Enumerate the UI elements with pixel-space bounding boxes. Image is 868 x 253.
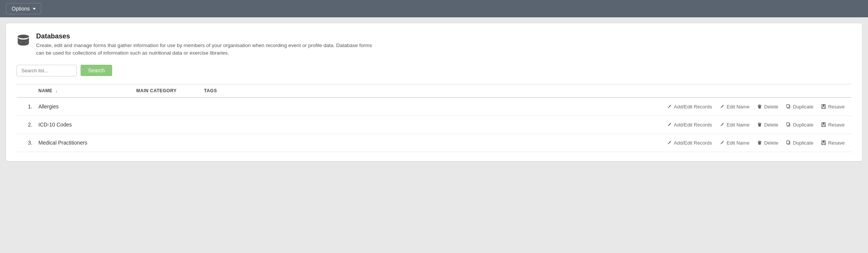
row-actions: Add/Edit RecordsEdit NameDeleteDuplicate… [246,116,851,134]
options-label: Options [12,6,30,12]
duplicate-button[interactable]: Duplicate [782,139,817,147]
svg-rect-2 [759,105,761,105]
row-category [133,116,201,134]
svg-rect-16 [759,141,761,141]
row-tags [201,116,246,134]
add-edit-records-button[interactable]: Add/Edit Records [663,139,716,147]
col-header-name: NAME ↓ [35,84,133,98]
duplicate-button[interactable]: Duplicate [782,120,817,129]
delete-button[interactable]: Delete [753,102,782,111]
options-button[interactable]: Options [6,3,41,14]
svg-rect-6 [822,105,824,106]
top-bar: Options [0,0,868,17]
header-text: Databases Create, edit and manage forms … [36,32,375,57]
row-tags [201,98,246,116]
add-edit-records-button[interactable]: Add/Edit Records [663,120,716,129]
row-name: Medical Practitioners [35,134,133,152]
search-button[interactable]: Search [81,65,112,76]
row-actions: Add/Edit RecordsEdit NameDeleteDuplicate… [246,134,851,152]
page-header: Databases Create, edit and manage forms … [17,32,851,57]
search-bar: Search [17,65,851,76]
svg-point-0 [18,35,29,38]
duplicate-button[interactable]: Duplicate [782,102,817,111]
main-content: Databases Create, edit and manage forms … [6,23,862,161]
col-name-label: NAME [38,88,52,93]
edit-name-button[interactable]: Edit Name [716,102,753,111]
row-category [133,98,201,116]
svg-rect-18 [786,141,789,144]
delete-button[interactable]: Delete [753,139,782,147]
col-header-category: MAIN CATEGORY [133,84,201,98]
row-tags [201,134,246,152]
search-input[interactable] [17,65,77,76]
col-header-num [17,84,35,98]
table-row: 2.ICD-10 CodesAdd/Edit RecordsEdit NameD… [17,116,851,134]
svg-rect-20 [822,141,824,142]
row-category [133,134,201,152]
chevron-down-icon [33,8,36,10]
add-edit-records-button[interactable]: Add/Edit Records [663,102,716,111]
svg-rect-9 [759,123,761,123]
col-header-tags: TAGS [201,84,246,98]
sort-arrow-icon: ↓ [55,88,58,93]
row-name: Allergies [35,98,133,116]
row-number: 3. [17,134,35,152]
svg-rect-4 [786,105,789,108]
table-row: 3.Medical PractitionersAdd/Edit RecordsE… [17,134,851,152]
resave-button[interactable]: Resave [817,120,848,129]
row-actions: Add/Edit RecordsEdit NameDeleteDuplicate… [246,98,851,116]
delete-button[interactable]: Delete [753,120,782,129]
edit-name-button[interactable]: Edit Name [716,120,753,129]
page-title: Databases [36,32,375,40]
database-icon [17,33,30,48]
col-header-actions [246,84,851,98]
resave-button[interactable]: Resave [817,139,848,147]
row-number: 1. [17,98,35,116]
edit-name-button[interactable]: Edit Name [716,139,753,147]
svg-rect-15 [758,142,762,142]
svg-rect-8 [758,123,762,124]
resave-button[interactable]: Resave [817,102,848,111]
row-number: 2. [17,116,35,134]
svg-rect-11 [786,123,789,126]
svg-rect-13 [822,123,824,124]
svg-rect-1 [758,105,762,106]
row-name: ICD-10 Codes [35,116,133,134]
databases-table: NAME ↓ MAIN CATEGORY TAGS 1.AllergiesAdd… [17,84,851,152]
table-row: 1.AllergiesAdd/Edit RecordsEdit NameDele… [17,98,851,116]
page-description: Create, edit and manage forms that gathe… [36,42,375,57]
table-header-row: NAME ↓ MAIN CATEGORY TAGS [17,84,851,98]
